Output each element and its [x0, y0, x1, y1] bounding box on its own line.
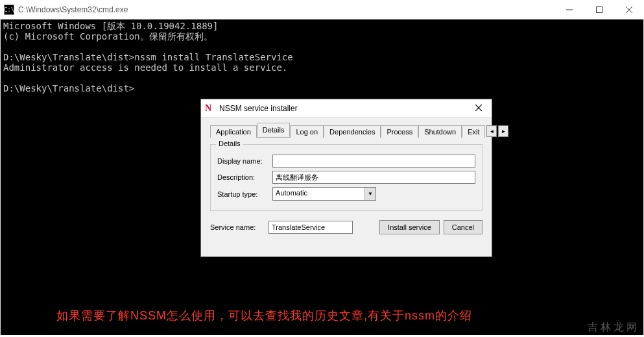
window-title: C:\Windows\System32\cmd.exe: [18, 5, 555, 14]
tab-scroll-left[interactable]: ◄: [486, 125, 497, 137]
tab-scroll: ◄ ►: [485, 125, 508, 137]
dialog-title: NSSM service installer: [219, 104, 470, 113]
window-titlebar: C:\ C:\Windows\System32\cmd.exe: [0, 0, 644, 19]
tab-strip: Application Details Log on Dependencies …: [210, 123, 483, 138]
tab-scroll-right[interactable]: ►: [498, 125, 508, 137]
tab-logon[interactable]: Log on: [290, 125, 324, 138]
description-input[interactable]: [272, 171, 475, 184]
service-name-input[interactable]: [268, 221, 353, 234]
service-name-label: Service name:: [210, 223, 268, 231]
tab-dependencies[interactable]: Dependencies: [324, 125, 381, 138]
dialog-titlebar: N NSSM service installer: [201, 99, 492, 118]
nssm-icon: N: [205, 103, 215, 114]
startup-select-wrap: Automatic ▼: [272, 187, 376, 201]
tab-process[interactable]: Process: [381, 125, 418, 138]
annotation-text: 如果需要了解NSSM怎么使用，可以去查找我的历史文章,有关于nssm的介绍: [56, 310, 472, 321]
startup-label: Startup type:: [217, 190, 272, 198]
maximize-button[interactable]: [584, 0, 614, 19]
startup-select[interactable]: Automatic: [272, 187, 376, 201]
dialog-close-button[interactable]: [470, 103, 488, 113]
tab-exit[interactable]: Exit: [462, 125, 485, 138]
window-controls: [555, 0, 644, 19]
description-row: Description:: [217, 171, 475, 184]
cmd-icon: C:\: [4, 5, 14, 15]
nssm-dialog: N NSSM service installer Application Det…: [200, 99, 492, 257]
watermark: 吉林龙网: [588, 322, 639, 332]
cancel-button[interactable]: Cancel: [444, 220, 483, 234]
details-group-label: Details: [216, 140, 243, 147]
display-name-input[interactable]: [272, 155, 475, 168]
dialog-body: Application Details Log on Dependencies …: [201, 118, 492, 241]
description-label: Description:: [217, 173, 272, 181]
svg-rect-1: [597, 6, 602, 12]
details-groupbox: Details Display name: Description: Start…: [210, 144, 483, 211]
tab-details[interactable]: Details: [257, 123, 291, 137]
display-name-label: Display name:: [217, 157, 272, 165]
startup-row: Startup type: Automatic ▼: [217, 187, 475, 201]
install-service-button[interactable]: Install service: [379, 220, 440, 234]
dialog-footer: Service name: Install service Cancel: [210, 220, 483, 234]
tab-application[interactable]: Application: [210, 125, 257, 138]
console-text: Microsoft Windows [版本 10.0.19042.1889] (…: [3, 21, 293, 94]
close-button[interactable]: [614, 0, 644, 19]
tab-shutdown[interactable]: Shutdown: [418, 125, 462, 138]
display-name-row: Display name:: [217, 155, 475, 168]
minimize-button[interactable]: [555, 0, 584, 19]
